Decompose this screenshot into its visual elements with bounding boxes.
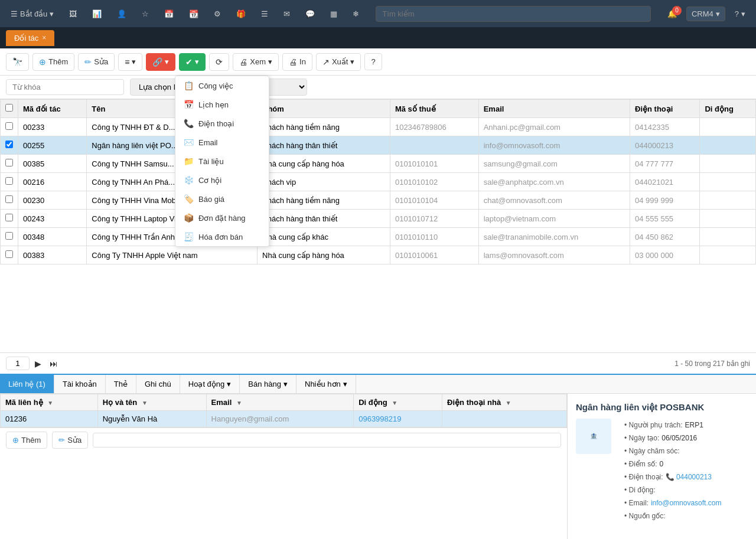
next-page-btn[interactable]: ▶ <box>32 358 44 370</box>
keyword-input[interactable] <box>6 79 124 95</box>
row-checkbox[interactable] <box>5 177 13 185</box>
tab-doi-tac[interactable]: Đối tác × <box>6 30 54 46</box>
bottom-tab-liênhệ(1)[interactable]: Liên hệ (1) <box>0 375 54 393</box>
start-menu[interactable]: ☰ Bắt đầu ▾ <box>6 6 58 22</box>
table-row[interactable]: 00233 Công ty TNHH ĐT & D... Khách hàng … <box>1 118 756 136</box>
toolbar-help-button[interactable]: ? <box>364 53 382 70</box>
nav-gallery[interactable]: 🖼 <box>64 6 82 22</box>
sub-add-button[interactable]: ⊕ Thêm <box>6 432 47 449</box>
check-button[interactable]: ✔ ▾ <box>179 53 206 71</box>
select-all-checkbox[interactable] <box>5 104 13 112</box>
row-checkbox[interactable] <box>5 232 13 240</box>
table-row[interactable]: 00216 Công ty TNHH An Phá... Khách vip 0… <box>1 173 756 191</box>
link-button[interactable]: 🔗 ▾ <box>146 53 175 71</box>
table-row[interactable]: 00385 Công ty TNHH Samsu... Nhà cung cấp… <box>1 155 756 173</box>
dropdown-item-email[interactable]: ✉️Email <box>175 133 269 152</box>
dropdown-item-lich-hen[interactable]: 📅Lịch hẹn <box>175 95 269 114</box>
dropdown-item-tai-lieu[interactable]: 📁Tài liệu <box>175 152 269 171</box>
search-input[interactable] <box>376 6 651 22</box>
row-checkbox[interactable] <box>5 141 13 148</box>
crm-label: CRM4 <box>692 9 713 18</box>
row-checkbox-cell[interactable] <box>1 136 18 155</box>
row-checkbox[interactable] <box>5 250 13 258</box>
dropdown-item-dien-thoai[interactable]: 📞Điện thoại <box>175 114 269 133</box>
export-button[interactable]: ↗ Xuất ▾ <box>316 53 361 71</box>
nav-table[interactable]: ▦ <box>325 6 342 22</box>
row-checkbox[interactable] <box>5 214 13 221</box>
row-mobile <box>700 191 756 210</box>
row-nhom: Khách hàng tiềm năng <box>258 118 390 136</box>
row-checkbox[interactable] <box>5 159 13 166</box>
partner-field-label: • Người phụ trách: <box>624 419 683 432</box>
nav-snowflake[interactable]: ❄ <box>348 6 364 22</box>
dropdown-item-co-hoi[interactable]: ❄️Cơ hội <box>175 171 269 190</box>
col-filter-icon[interactable]: ▼ <box>236 400 242 406</box>
select-all-header[interactable] <box>1 100 18 118</box>
nav-email[interactable]: ✉ <box>279 6 295 22</box>
row-email: samsung@gmail.com <box>478 155 630 173</box>
table-row[interactable]: 00383 Công Ty TNHH Apple Việt nam Nhà cu… <box>1 246 756 264</box>
add-button[interactable]: ⊕ Thêm <box>32 53 74 71</box>
bottom-tab-hoạtđộng[interactable]: Hoạt động▾ <box>180 375 240 393</box>
row-checkbox-cell[interactable] <box>1 173 18 191</box>
print-button[interactable]: 🖨 In <box>282 53 312 71</box>
dropdown-item-hoa-don-ban[interactable]: 🧾Hóa đơn bán <box>175 227 269 246</box>
row-email: chat@omnovasoft.com <box>478 191 630 210</box>
tab-close-icon[interactable]: × <box>42 34 46 42</box>
col-filter-icon[interactable]: ▼ <box>47 400 53 406</box>
nav-list[interactable]: ☰ <box>256 6 273 22</box>
bottom-tab-bánhàng[interactable]: Bán hàng▾ <box>240 375 296 393</box>
nav-chart[interactable]: 📊 <box>87 6 106 22</box>
col-filter-icon[interactable]: ▼ <box>392 400 397 406</box>
bottom-tab-tàikhoản[interactable]: Tài khoản <box>54 375 106 393</box>
row-checkbox-cell[interactable] <box>1 191 18 210</box>
partner-info-list: • Người phụ trách:ERP1• Ngày tạo:06/05/2… <box>624 419 721 522</box>
sub-edit-button[interactable]: ✏ Sửa <box>52 432 88 449</box>
search-icon-btn[interactable]: 🔭 <box>6 53 29 71</box>
row-checkbox[interactable] <box>5 195 13 203</box>
sub-search-input[interactable] <box>93 433 561 447</box>
notification-btn[interactable]: 🔔 0 <box>663 7 682 21</box>
col-filter-icon[interactable]: ▼ <box>506 400 511 406</box>
nav-star[interactable]: ☆ <box>137 6 154 22</box>
col-di-dong: Di động <box>700 100 756 118</box>
partner-info-item: • Nguồn gốc: <box>624 509 721 522</box>
nav-schedule[interactable]: 📆 <box>184 6 203 22</box>
row-nhom: Khách hàng tiềm năng <box>258 191 390 210</box>
view-button[interactable]: 🖨 Xem ▾ <box>233 53 279 71</box>
table-row[interactable]: 00255 Ngân hàng liên việt PO... Khách hà… <box>1 136 756 155</box>
row-checkbox-cell[interactable] <box>1 155 18 173</box>
refresh-button[interactable]: ⟳ <box>209 53 229 71</box>
row-email: sale@anphatpc.com.vn <box>478 173 630 191</box>
nav-settings[interactable]: ⚙ <box>209 6 226 22</box>
nav-calendar[interactable]: 📅 <box>159 6 178 22</box>
last-page-btn[interactable]: ⏭ <box>47 358 61 370</box>
table-row[interactable]: 00243 Công ty THHH Laptop Việt Nam Khách… <box>1 210 756 228</box>
row-checkbox[interactable] <box>5 122 13 130</box>
dropdown-item-don-dat-hang[interactable]: 📦Đơn đặt hàng <box>175 208 269 227</box>
nav-gift[interactable]: 🎁 <box>232 6 250 22</box>
edit-button[interactable]: ✏ Sửa <box>78 53 115 71</box>
crm-dropdown[interactable]: CRM4 ▾ <box>686 6 725 21</box>
col-filter-icon[interactable]: ▼ <box>142 400 148 406</box>
row-checkbox-cell[interactable] <box>1 118 18 136</box>
more-button[interactable]: ≡ ▾ <box>118 53 142 71</box>
help-btn[interactable]: ? ▾ <box>730 6 750 22</box>
row-checkbox-cell[interactable] <box>1 210 18 228</box>
row-checkbox-cell[interactable] <box>1 228 18 246</box>
sub-table-row[interactable]: 01236 Nguyễn Văn Hà Hanguyen@gmail.com 0… <box>1 411 567 427</box>
dropdown-item-icon: ✉️ <box>184 138 194 147</box>
nav-chat[interactable]: 💬 <box>301 6 320 22</box>
bottom-tab-thẻ[interactable]: Thẻ <box>106 375 136 393</box>
nav-user[interactable]: 👤 <box>112 6 131 22</box>
dropdown-item-bao-gia[interactable]: 🏷️Báo giá <box>175 190 269 208</box>
dropdown-item-cong-viec[interactable]: 📋Công việc <box>175 76 269 95</box>
row-checkbox-cell[interactable] <box>1 246 18 264</box>
table-row[interactable]: 00348 Công ty THHH Trần Anh Mobile Nhà c… <box>1 228 756 246</box>
page-input[interactable] <box>6 357 30 370</box>
table-row[interactable]: 00230 Công ty THHH Vina Mobile Khách hàn… <box>1 191 756 210</box>
bottom-tab-ghichú[interactable]: Ghi chú <box>136 375 180 393</box>
bottom-tab-nhiềuhơn[interactable]: Nhiều hơn▾ <box>296 375 356 393</box>
col-dien-thoai: Điện thoại <box>630 100 700 118</box>
crm-chevron: ▾ <box>716 9 720 18</box>
